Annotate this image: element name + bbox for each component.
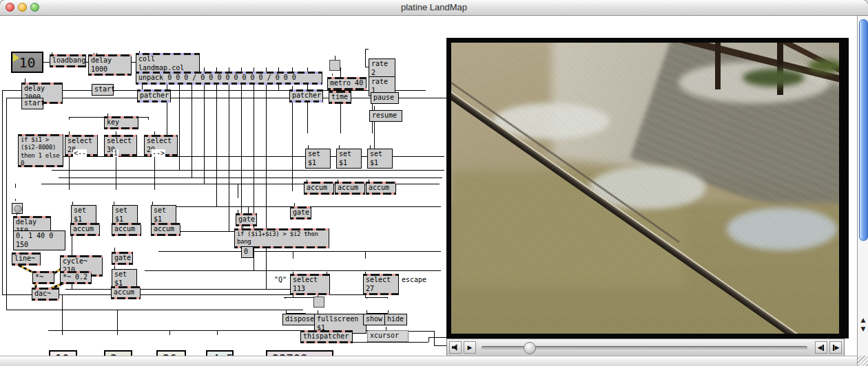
object-accum-r3[interactable]: accum: [366, 182, 396, 195]
object-accum-d[interactable]: accum: [111, 286, 141, 299]
movie-frame: [451, 43, 839, 334]
play-icon: ▶: [468, 344, 473, 351]
speaker-icon: [452, 344, 459, 351]
volume-button[interactable]: [449, 341, 462, 354]
scrub-thumb[interactable]: [524, 342, 536, 354]
message-start-left[interactable]: start: [21, 98, 43, 109]
number-box-sec[interactable]: 36: [156, 350, 186, 356]
object-accum-r1[interactable]: accum: [304, 182, 334, 195]
object-xcursor[interactable]: xcursor: [367, 330, 409, 342]
movie-controller: ▶ ◀ ▶: [446, 338, 845, 356]
comment-escape: escape: [401, 276, 427, 283]
number-box-frm[interactable]: 4.5: [206, 350, 234, 356]
step-bar-icon: [833, 345, 834, 351]
bang-button[interactable]: [12, 203, 23, 214]
window-title: platine LandMap: [0, 2, 868, 12]
object-time[interactable]: time: [329, 91, 351, 104]
scrub-track[interactable]: [482, 346, 807, 349]
object-gate-left[interactable]: gate: [112, 252, 133, 265]
step-back-icon: ◀: [818, 344, 823, 351]
object-accum-a[interactable]: accum: [70, 223, 100, 236]
object-select-30[interactable]: select 30: [104, 135, 137, 156]
message-set1-r3[interactable]: set $1: [367, 149, 393, 169]
object-accum-c[interactable]: accum: [151, 223, 180, 236]
button-top[interactable]: [329, 60, 340, 71]
message-start-right[interactable]: start: [92, 84, 114, 96]
object-unpack[interactable]: unpack 0 0 0 / 0 0 0 0 0 0 0 0 / 0 0 0: [136, 72, 322, 85]
step-forward-icon: ▶: [835, 344, 840, 351]
object-metro-40[interactable]: metro 40: [327, 77, 366, 90]
step-bar-icon: [823, 345, 824, 351]
object-select-27[interactable]: select 27: [363, 274, 399, 295]
number-box-chap[interactable]: 10: [49, 350, 77, 356]
message-set1-r1[interactable]: set $1: [305, 149, 331, 169]
number-box-min[interactable]: 2: [104, 350, 132, 356]
object-patcher-left[interactable]: patcher: [137, 89, 171, 103]
comment-q: "Q": [273, 276, 287, 283]
object-if-bang[interactable]: if ($i1+$i3) > $i2 then bang: [234, 228, 329, 248]
message-set1-c[interactable]: set $1: [151, 205, 176, 225]
object-mult-tilde[interactable]: *~: [32, 271, 54, 284]
object-accum-b[interactable]: accum: [112, 223, 141, 236]
number-box-main[interactable]: 10: [11, 52, 43, 73]
scroll-down-icon[interactable]: ▼: [860, 325, 867, 332]
step-forward-button[interactable]: ▶: [829, 341, 842, 354]
object-mult-02[interactable]: *~ 0.2: [60, 271, 92, 284]
comment-arrow-left: <--: [73, 149, 87, 157]
resize-grip[interactable]: [857, 356, 868, 366]
comment-arrow-up: î: [113, 149, 118, 157]
number-box-main-value: 10: [19, 54, 35, 71]
step-back-button[interactable]: ◀: [815, 341, 827, 354]
message-rate-2[interactable]: rate 2: [369, 58, 395, 78]
object-gate-right[interactable]: gate: [290, 206, 311, 219]
number-box-triangle-icon: [13, 54, 19, 62]
message-pause[interactable]: pause: [371, 92, 399, 104]
toggle-button[interactable]: [313, 297, 324, 308]
title-bar: platine LandMap: [0, 0, 868, 16]
message-set1-b[interactable]: set $1: [112, 205, 138, 225]
object-line-tilde[interactable]: line~: [12, 252, 41, 266]
object-dac[interactable]: dac~: [32, 288, 59, 301]
number-box-mtu[interactable]: 93708: [266, 350, 333, 356]
object-loadbang[interactable]: loadbang: [50, 54, 86, 67]
message-set1-a[interactable]: set $1: [71, 205, 96, 225]
play-button[interactable]: ▶: [464, 341, 476, 354]
scrollbar-thumb[interactable]: [859, 19, 868, 241]
object-if-threshold[interactable]: if $i1 > ($i2-8000) then 1 else 0: [18, 134, 63, 167]
comment-arrow-right: -->: [152, 149, 165, 157]
message-dispose[interactable]: dispose: [282, 314, 318, 325]
message-zero[interactable]: 0: [241, 246, 254, 258]
scroll-up-icon[interactable]: ▲: [860, 316, 867, 323]
object-key[interactable]: key: [104, 116, 138, 129]
video-grain-overlay: [451, 43, 839, 334]
object-select-113[interactable]: select 113: [290, 274, 330, 295]
object-patcher-right[interactable]: patcher: [289, 89, 323, 103]
object-delay-1000[interactable]: delay 1000: [88, 54, 132, 76]
message-show[interactable]: show: [363, 314, 386, 325]
object-thispatcher[interactable]: thispatcher: [300, 330, 353, 343]
message-line-ramp[interactable]: 0, 1 40 0 150: [13, 230, 65, 250]
horizontal-scrollbar[interactable]: [0, 356, 857, 366]
message-set1-r2[interactable]: set $1: [336, 149, 362, 169]
object-gate-mid[interactable]: gate: [236, 213, 257, 226]
message-hide[interactable]: hide: [384, 314, 407, 325]
object-accum-r2[interactable]: accum: [335, 182, 365, 195]
message-resume[interactable]: resume: [369, 110, 402, 122]
vertical-scrollbar[interactable]: ▲ ▼: [857, 15, 868, 356]
movie-display[interactable]: [446, 38, 849, 338]
patcher-window: platine LandMap 10 loadbang delay 1000 c…: [0, 0, 868, 366]
